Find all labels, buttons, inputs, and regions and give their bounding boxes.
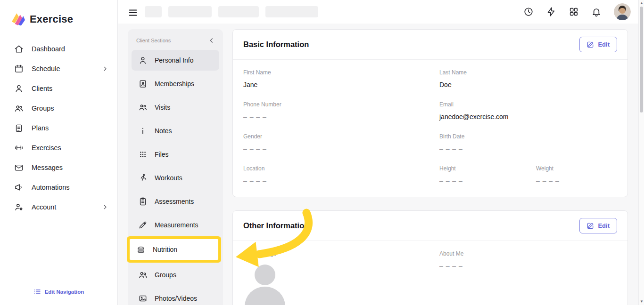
edit-button-label: Edit xyxy=(598,41,610,48)
scrollbar: ▲ ▼ xyxy=(638,0,644,305)
section-item-personal-info[interactable]: Personal Info xyxy=(132,50,219,71)
field-value: Jane xyxy=(243,81,439,88)
field-last-name: Last Name Doe xyxy=(439,69,617,88)
section-item-label: Personal Info xyxy=(155,56,194,64)
notifications-button[interactable] xyxy=(591,7,602,17)
field-label: About Me xyxy=(439,250,617,257)
edit-basic-information-button[interactable]: Edit xyxy=(579,37,617,52)
field-label: Birth Date xyxy=(439,133,617,140)
user-avatar[interactable] xyxy=(614,3,631,20)
clipboard-icon xyxy=(14,123,24,133)
topbar-actions xyxy=(523,3,631,20)
edit-button-label: Edit xyxy=(598,222,610,229)
section-item-label: Files xyxy=(155,151,169,158)
section-item-measurements[interactable]: Measurements xyxy=(132,215,219,235)
field-value: Doe xyxy=(439,81,617,88)
field-label: First Name xyxy=(243,69,439,76)
field-value: – – – – xyxy=(439,177,536,185)
section-item-label: Nutrition xyxy=(153,246,177,253)
field-location: Location – – – – xyxy=(243,165,439,185)
main-area: Client Sections Personal Info Membership… xyxy=(118,0,644,305)
sidebar-item-label: Messages xyxy=(32,164,63,171)
sidebar-item-label: Groups xyxy=(32,104,54,112)
pencil-icon xyxy=(138,220,148,230)
sidebar-item-dashboard[interactable]: Dashboard xyxy=(0,39,117,59)
profile-image-placeholder xyxy=(243,265,287,305)
edit-navigation-label: Edit Navigation xyxy=(45,289,84,295)
section-item-assessments[interactable]: Assessments xyxy=(132,191,219,212)
section-item-label: Memberships xyxy=(155,80,194,88)
section-item-label: Notes xyxy=(155,127,172,135)
field-value: – – – – xyxy=(243,177,439,185)
section-item-nutrition[interactable]: Nutrition xyxy=(130,239,218,260)
people-icon xyxy=(138,103,148,112)
quick-actions-button[interactable] xyxy=(546,7,556,17)
scrollbar-down-arrow[interactable]: ▼ xyxy=(640,300,644,304)
person-icon xyxy=(138,56,148,65)
field-label: Gender xyxy=(243,133,439,140)
image-icon xyxy=(138,294,148,303)
card-title: Other Information xyxy=(243,221,309,230)
section-item-memberships[interactable]: Memberships xyxy=(132,73,219,94)
apps-button[interactable] xyxy=(569,7,579,17)
section-item-visits[interactable]: Visits xyxy=(132,97,219,118)
sidebar-item-label: Plans xyxy=(32,124,49,132)
menu-toggle-button[interactable] xyxy=(128,8,138,16)
cards-column: Basic Information Edit First Name Jane xyxy=(232,29,628,305)
sidebar-item-label: Automations xyxy=(32,184,70,191)
sidebar-item-groups[interactable]: Groups xyxy=(0,98,117,118)
sidebar-item-messages[interactable]: Messages xyxy=(0,158,117,177)
edit-navigation-button[interactable]: Edit Navigation xyxy=(0,288,117,296)
section-item-files[interactable]: Files xyxy=(132,144,219,165)
person-icon xyxy=(14,84,24,93)
scrollbar-thumb[interactable] xyxy=(640,7,643,112)
field-value: – – – – xyxy=(243,113,439,120)
home-icon xyxy=(14,44,24,54)
content-area: Client Sections Personal Info Membership… xyxy=(118,24,644,305)
bell-icon xyxy=(591,7,602,17)
card-title: Basic Information xyxy=(243,40,309,49)
section-item-label: Groups xyxy=(155,271,176,279)
grid-dots-icon xyxy=(138,150,148,159)
calendar-icon xyxy=(14,64,24,73)
field-value: janedoe@exercise.com xyxy=(439,113,617,120)
field-label: Email xyxy=(439,101,617,108)
mail-icon xyxy=(14,163,24,172)
dumbbell-icon xyxy=(14,143,24,152)
field-birth-date: Birth Date – – – – xyxy=(439,133,617,152)
sidebar-item-clients[interactable]: Clients xyxy=(0,79,117,98)
sidebar-item-label: Clients xyxy=(32,85,52,92)
edit-pencil-icon xyxy=(587,41,594,48)
clock-icon xyxy=(523,7,534,17)
main-sidebar: Exercise Dashboard Schedule Clients xyxy=(0,0,118,305)
sidebar-item-plans[interactable]: Plans xyxy=(0,118,117,138)
section-item-groups[interactable]: Groups xyxy=(132,265,219,285)
history-button[interactable] xyxy=(523,7,534,17)
field-about-me: About Me – – – – xyxy=(439,250,617,305)
section-item-photos-videos[interactable]: Photos/Videos xyxy=(132,288,219,305)
other-information-card: Other Information Edit Profile Image xyxy=(232,210,628,305)
section-item-workouts[interactable]: Workouts xyxy=(132,168,219,188)
section-item-label: Photos/Videos xyxy=(155,295,197,302)
scrollbar-up-arrow[interactable]: ▲ xyxy=(640,1,644,5)
sidebar-item-automations[interactable]: Automations xyxy=(0,177,117,197)
sidebar-item-schedule[interactable]: Schedule xyxy=(0,59,117,79)
field-value: – – – – xyxy=(243,145,439,152)
edit-other-information-button[interactable]: Edit xyxy=(579,218,617,233)
skeleton-placeholder xyxy=(168,6,212,17)
field-profile-image: Profile Image xyxy=(243,250,439,305)
sidebar-item-exercises[interactable]: Exercises xyxy=(0,138,117,158)
section-item-notes[interactable]: Notes xyxy=(132,120,219,141)
sidebar-item-label: Schedule xyxy=(32,65,60,72)
people-icon xyxy=(14,104,24,113)
field-value: – – – – xyxy=(439,145,617,152)
skeleton-placeholder xyxy=(218,6,259,17)
runner-icon xyxy=(138,173,148,183)
collapse-panel-button[interactable] xyxy=(208,37,215,44)
section-item-label: Measurements xyxy=(155,221,198,229)
info-icon xyxy=(138,126,148,136)
sidebar-item-account[interactable]: Account xyxy=(0,197,117,217)
field-label: Location xyxy=(243,165,439,172)
brand-logo-icon xyxy=(11,12,25,26)
skeleton-placeholder xyxy=(145,6,162,17)
